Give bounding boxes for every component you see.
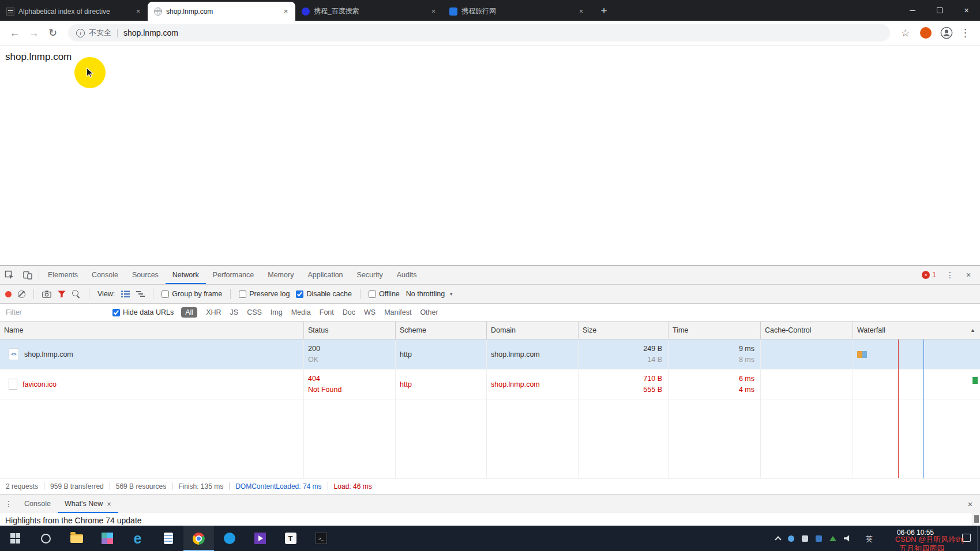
tray-app-icon[interactable] — [788, 535, 794, 542]
filter-icon[interactable] — [58, 290, 66, 298]
browser-tab-1[interactable]: Alphabetical index of directive × — [0, 2, 148, 21]
app-edge-beta-button[interactable] — [214, 526, 245, 551]
app-edge-button[interactable]: e — [122, 526, 153, 551]
clear-button[interactable] — [18, 290, 25, 298]
filter-type-js[interactable]: JS — [230, 308, 239, 316]
record-button[interactable] — [5, 291, 12, 297]
filter-type-manifest[interactable]: Manifest — [384, 308, 411, 316]
devtools-tab-security[interactable]: Security — [350, 266, 390, 284]
group-by-frame-option[interactable]: Group by frame — [162, 290, 222, 298]
filter-type-media[interactable]: Media — [291, 308, 311, 316]
group-by-frame-checkbox[interactable] — [162, 290, 169, 298]
filter-type-xhr[interactable]: XHR — [206, 308, 221, 316]
filter-type-css[interactable]: CSS — [247, 308, 262, 316]
devtools-tab-performance[interactable]: Performance — [206, 266, 261, 284]
drawer-tab-whats-new[interactable]: What's New × — [58, 495, 118, 513]
column-header-cache-control[interactable]: Cache-Control — [761, 322, 853, 339]
column-header-domain[interactable]: Domain — [487, 322, 579, 339]
column-header-scheme[interactable]: Scheme — [396, 322, 487, 339]
show-desktop-button[interactable] — [977, 526, 980, 551]
filter-type-doc[interactable]: Doc — [343, 308, 355, 316]
throttling-select[interactable]: No throttling ▼ — [406, 290, 453, 298]
start-button[interactable] — [0, 526, 31, 551]
tab-close-icon[interactable]: × — [281, 6, 291, 16]
app-terminal-button[interactable]: >_ — [306, 526, 336, 551]
extension-avatar-icon[interactable] — [920, 27, 932, 39]
filter-type-all[interactable]: All — [181, 307, 197, 318]
devtools-tab-network[interactable]: Network — [166, 266, 206, 284]
offline-option[interactable]: Offline — [369, 290, 400, 298]
preserve-log-option[interactable]: Preserve log — [239, 290, 290, 298]
address-bar[interactable]: i 不安全 shop.lnmp.com — [68, 24, 890, 41]
site-info-icon[interactable]: i — [76, 29, 85, 37]
tray-expand-icon[interactable] — [775, 536, 781, 542]
devtools-tab-console[interactable]: Console — [85, 266, 125, 284]
app-media-button[interactable] — [245, 526, 275, 551]
devtools-menu-icon[interactable]: ⋮ — [941, 270, 959, 280]
device-toolbar-icon[interactable] — [18, 266, 37, 284]
drawer-tab-console[interactable]: Console — [17, 495, 58, 513]
tab-close-icon[interactable]: × — [429, 6, 438, 16]
devtools-tab-application[interactable]: Application — [301, 266, 350, 284]
overview-toggle-icon[interactable] — [136, 290, 145, 297]
bookmark-star-icon[interactable]: ☆ — [896, 24, 915, 43]
app-photos-button[interactable] — [92, 526, 122, 551]
browser-tab-3[interactable]: 携程_百度搜索 × — [295, 2, 443, 21]
devtools-tab-elements[interactable]: Elements — [41, 266, 85, 284]
screenshot-capture-icon[interactable] — [42, 290, 51, 298]
error-badge[interactable]: × 1 — [922, 271, 936, 279]
cortana-search-button[interactable] — [31, 526, 61, 551]
devtools-tab-audits[interactable]: Audits — [390, 266, 424, 284]
filter-input[interactable] — [0, 308, 105, 316]
tray-app-icon[interactable] — [816, 535, 822, 542]
large-rows-toggle-icon[interactable] — [121, 290, 130, 298]
drawer-menu-icon[interactable]: ⋮ — [0, 495, 17, 513]
file-explorer-button[interactable] — [61, 526, 92, 551]
column-header-name[interactable]: Name — [0, 322, 304, 339]
devtools-tab-sources[interactable]: Sources — [125, 266, 166, 284]
profile-icon[interactable] — [937, 24, 956, 43]
app-docs-button[interactable] — [153, 526, 183, 551]
volume-icon[interactable] — [844, 535, 852, 542]
forward-button[interactable]: → — [24, 24, 43, 43]
preserve-log-checkbox[interactable] — [239, 290, 246, 298]
app-typora-button[interactable]: T — [275, 526, 306, 551]
back-button[interactable]: ← — [5, 24, 24, 43]
devtools-tab-memory[interactable]: Memory — [261, 266, 301, 284]
reload-button[interactable]: ↻ — [43, 24, 62, 43]
browser-tab-2-active[interactable]: shop.lnmp.com × — [148, 2, 295, 21]
hide-data-urls-checkbox[interactable] — [112, 309, 120, 316]
browser-menu-icon[interactable]: ⋮ — [956, 24, 975, 43]
disable-cache-option[interactable]: Disable cache — [296, 290, 352, 298]
scrollbar[interactable] — [973, 513, 980, 526]
column-header-waterfall[interactable]: Waterfall ▲ — [853, 322, 980, 339]
filter-type-other[interactable]: Other — [420, 308, 438, 316]
drawer-close-icon[interactable]: × — [960, 495, 980, 513]
filter-type-img[interactable]: Img — [271, 308, 283, 316]
new-tab-button[interactable]: + — [596, 3, 612, 19]
window-minimize-button[interactable] — [899, 0, 926, 21]
column-header-size[interactable]: Size — [579, 322, 669, 339]
inspect-element-icon[interactable] — [0, 266, 18, 284]
network-request-row[interactable]: favicon.ico 404 Not Found http shop.lnmp… — [0, 369, 980, 399]
search-icon[interactable] — [72, 290, 81, 299]
tray-app-icon[interactable] — [802, 535, 808, 542]
devtools-close-icon[interactable]: × — [959, 270, 978, 280]
tab-close-icon[interactable]: × — [133, 6, 143, 16]
column-header-status[interactable]: Status — [304, 322, 396, 339]
window-maximize-button[interactable] — [926, 0, 953, 21]
filter-type-font[interactable]: Font — [320, 308, 334, 316]
offline-checkbox[interactable] — [369, 290, 376, 298]
hide-data-urls-option[interactable]: Hide data URLs — [112, 308, 174, 316]
network-request-row[interactable]: <> shop.lnmp.com 200 OK http shop.lnmp.c… — [0, 339, 980, 369]
browser-tab-4[interactable]: 携程旅行网 × — [443, 2, 591, 21]
tab-close-icon[interactable]: × — [576, 6, 586, 16]
app-chrome-button[interactable] — [183, 526, 214, 551]
whats-new-close-icon[interactable]: × — [107, 500, 111, 508]
filter-type-ws[interactable]: WS — [364, 308, 376, 316]
input-language-indicator[interactable]: 英 — [866, 534, 873, 544]
tray-upload-icon[interactable] — [829, 536, 836, 541]
window-close-button[interactable]: × — [953, 0, 980, 21]
column-header-time[interactable]: Time — [669, 322, 761, 339]
disable-cache-checkbox[interactable] — [296, 290, 303, 298]
